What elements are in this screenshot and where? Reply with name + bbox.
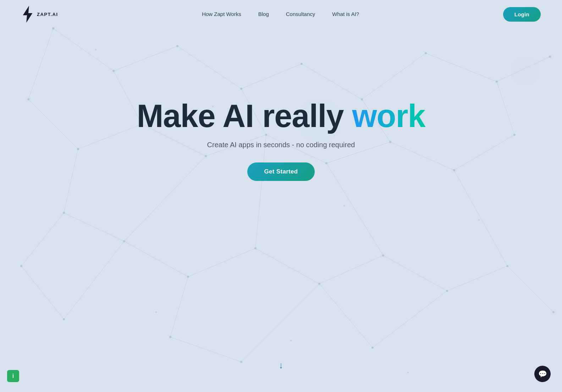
svg-rect-0 xyxy=(0,0,562,392)
svg-point-67 xyxy=(446,290,448,292)
logo[interactable]: ZAPT.AI xyxy=(21,6,58,23)
svg-point-61 xyxy=(63,212,65,214)
svg-point-71 xyxy=(169,336,171,338)
hero-title: Make AI really work xyxy=(137,99,425,133)
hero-title-highlight: work xyxy=(352,98,425,134)
svg-point-49 xyxy=(425,52,427,54)
navbar: ZAPT.AI How Zapt Works Blog Consultancy … xyxy=(0,0,562,28)
chat-icon: 💬 xyxy=(538,370,547,378)
get-started-button[interactable]: Get Started xyxy=(247,162,315,181)
notif-icon: i xyxy=(12,373,14,379)
svg-point-81 xyxy=(407,372,409,373)
nav-item-consultancy[interactable]: Consultancy xyxy=(286,11,315,17)
svg-point-45 xyxy=(176,45,178,47)
hero-section: Make AI really work Create AI apps in se… xyxy=(0,99,562,181)
svg-point-75 xyxy=(95,49,97,50)
svg-point-65 xyxy=(318,283,320,285)
svg-point-66 xyxy=(382,254,384,256)
svg-point-79 xyxy=(155,311,157,313)
svg-point-83 xyxy=(511,57,539,85)
svg-point-73 xyxy=(371,347,374,349)
svg-point-63 xyxy=(187,276,189,278)
nav-item-what-is-ai[interactable]: What is AI? xyxy=(332,11,359,17)
svg-point-51 xyxy=(549,56,551,58)
nav-links: How Zapt Works Blog Consultancy What is … xyxy=(202,11,359,17)
nav-item-how-zapt-works[interactable]: How Zapt Works xyxy=(202,11,241,17)
logo-text: ZAPT.AI xyxy=(37,12,58,17)
svg-point-69 xyxy=(20,265,22,267)
svg-point-72 xyxy=(240,361,242,363)
svg-point-64 xyxy=(254,247,257,249)
svg-point-50 xyxy=(496,81,498,83)
svg-point-80 xyxy=(290,340,292,341)
svg-point-62 xyxy=(123,240,125,242)
logo-icon xyxy=(21,6,34,23)
chat-widget[interactable]: 💬 xyxy=(534,366,551,382)
svg-point-77 xyxy=(343,205,345,206)
hero-subtitle: Create AI apps in seconds - no coding re… xyxy=(207,141,355,149)
hero-title-text: Make AI really xyxy=(137,98,352,134)
scroll-down-arrow[interactable]: ↓ xyxy=(279,360,283,371)
login-button[interactable]: Login xyxy=(503,7,541,22)
svg-point-70 xyxy=(63,318,65,320)
svg-point-44 xyxy=(112,70,115,72)
notification-badge[interactable]: i xyxy=(7,370,19,382)
network-background xyxy=(0,0,562,392)
svg-point-74 xyxy=(552,311,555,313)
svg-point-47 xyxy=(301,63,303,65)
svg-point-68 xyxy=(506,265,508,267)
svg-point-46 xyxy=(240,88,242,90)
svg-point-78 xyxy=(478,219,480,221)
nav-item-blog[interactable]: Blog xyxy=(258,11,269,17)
